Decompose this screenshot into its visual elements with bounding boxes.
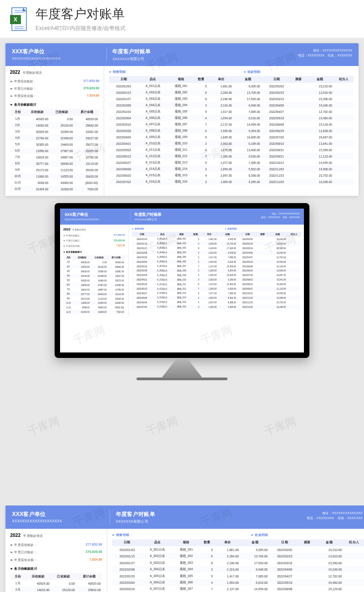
detail-cell <box>300 579 315 586</box>
detail-cell: A_016品名 <box>152 305 172 309</box>
detail-row: 2022/02/08A_004品名规格_00432,316.006,948.00… <box>112 566 364 572</box>
detail-cell: 2022/05/15 <box>131 286 152 291</box>
detail-cell: 2022/04/27 <box>269 572 300 579</box>
year-label: 年度账款情况 <box>23 71 42 75</box>
detail-cell: 13,910.00 <box>315 553 344 559</box>
detail-cell <box>258 237 268 241</box>
detail-cell <box>287 291 301 296</box>
detail-cell: 2,137.00 <box>215 586 241 592</box>
right-detail: ► 销售明细 ► 收款明细 日期品名规格数量单价金额日期摘要金额经办人 2022… <box>104 66 359 196</box>
detail-row: 2022/03/16A_007品名规格_00772,137.0014,959.0… <box>109 121 354 128</box>
detail-cell: 规格_004 <box>172 250 191 255</box>
detail-th: 日期 <box>262 76 291 83</box>
summary-line: ► 年度应收余额：7,024.00 <box>10 92 99 100</box>
detail-cell: 规格_016 <box>168 179 194 185</box>
detail-cell: 3 <box>200 566 215 572</box>
contact-block: 地址：XXXXXXXXXXXXXX 电话：XXXXXXXX 传真：XXXXXXX <box>238 212 299 221</box>
detail-cell: 2022/06/20 <box>131 300 152 305</box>
sum-label: ► 年度已付账款： <box>10 550 37 555</box>
detail-cell <box>344 553 364 559</box>
detail-cell: 4 <box>194 115 208 121</box>
detail-cell: 17,920.00 <box>241 559 270 566</box>
detail-cell: 2022/02/20 <box>112 572 142 579</box>
month-row: 2月14033.0029120.0025842.00 <box>63 265 125 269</box>
detail-cell: 2022/05/03 <box>131 282 152 286</box>
detail-cell: 规格_004 <box>168 102 194 108</box>
sum-label: ► 年度应收账款： <box>10 542 37 547</box>
detail-cell: 3 <box>191 277 201 282</box>
sum-value: 7,024.00 <box>87 94 99 98</box>
detail-cell: 8,388.00 <box>234 172 262 179</box>
month-cell: 30777.00 <box>25 160 50 167</box>
detail-cell: A_014品名 <box>138 166 168 172</box>
detail-cell <box>300 586 315 592</box>
detail-th: 金额 <box>315 539 344 546</box>
detail-cell: A_008品名 <box>138 128 168 134</box>
detail-cell: 规格_015 <box>168 172 194 179</box>
month-row: 2月14033.0029120.0025842.00 <box>10 587 102 592</box>
sum-value: 7,024.00 <box>89 557 102 562</box>
detail-cell: 1,861.00 <box>208 83 233 89</box>
detail-cell: 2022/06/08 <box>262 121 291 128</box>
month-cell: 29169.00 <box>107 296 125 301</box>
month-cell: 29120.00 <box>50 122 74 128</box>
detail-cell: 8 <box>194 96 208 102</box>
detail-cell: 规格_005 <box>172 255 191 260</box>
detail-cell <box>334 89 354 96</box>
detail-cell <box>258 300 268 305</box>
detail-row: 2022/02/08A_004品名规格_00432,316.006,948.00… <box>131 250 301 255</box>
detail-sections: ► 销售明细 ► 收款明细 <box>131 227 301 230</box>
detail-cell: 1,360.00 <box>208 153 233 159</box>
detail-cell: 规格_013 <box>168 159 194 166</box>
month-cell: 23390.00 <box>50 128 74 135</box>
detail-cell: 规格_004 <box>173 566 200 572</box>
detail-cell: 规格_001 <box>172 237 191 241</box>
month-row: 7月16624.0024897.0012782.00 <box>63 287 125 292</box>
detail-cell: 6,616.00 <box>241 579 270 586</box>
detail-cell: 3 <box>191 305 201 309</box>
detail-cell <box>334 172 354 179</box>
detail-cell <box>287 300 301 305</box>
left-summary: 2022 年度账款情况 ► 年度应收账款：277,852.00► 年度已付账款：… <box>60 225 128 317</box>
month-cell: 30929.00 <box>25 128 50 135</box>
detail-cell <box>300 546 315 553</box>
detail-cell: 13,400.00 <box>218 282 238 286</box>
detail-cell: 规格_015 <box>172 300 191 305</box>
detail-row: 2022/04/21A_010品名规格_01032,063.006,189.00… <box>109 140 354 147</box>
detail-cell: A_005品名 <box>152 255 172 260</box>
detail-cell: 2022/08/10 <box>262 140 291 147</box>
detail-cell <box>287 264 301 268</box>
detail-cell: 1,845.00 <box>201 273 218 277</box>
detail-row: 2022/04/09A_009品名规格_00991,845.0016,605.0… <box>109 134 354 140</box>
detail-th: 数量 <box>200 539 215 546</box>
detail-cell: 19,460.00 <box>315 579 344 586</box>
doc-title-block: 年度客户对账单 XXXXXXX有限公司 <box>131 212 239 221</box>
detail-row: 2022/06/20A_015品名规格_01542,097.008,388.00… <box>131 300 301 305</box>
detail-cell: 16,268.00 <box>268 305 287 309</box>
year: 2022 <box>10 533 20 538</box>
detail-cell: A_005品名 <box>138 108 168 115</box>
detail-cell: 1,417.00 <box>208 108 233 115</box>
detail-th: 经办人 <box>344 539 364 546</box>
detail-cell <box>258 286 268 291</box>
detail-cell: 2022/06/29 <box>262 128 291 134</box>
detail-cell: 2022/02/02 <box>269 546 300 553</box>
detail-cell: 16,605.00 <box>218 273 238 277</box>
month-cell: 11806.00 <box>74 301 91 305</box>
month-cell: 29120.00 <box>51 587 76 592</box>
detail-row: 2022/05/27A_013品名规格_01351,477.007,385.00… <box>131 291 301 296</box>
month-cell: 40929.00 <box>107 260 125 265</box>
company: XXXXXXX有限公司 <box>112 56 263 61</box>
detail-cell: 2022/03/16 <box>238 246 258 250</box>
detail-cell <box>258 273 268 277</box>
month-section-title: ► 各月份账款统计 <box>10 102 99 107</box>
detail-cell: 1,845.00 <box>208 134 233 140</box>
detail-cell: 11,123.00 <box>306 153 334 159</box>
month-cell: 28440.00 <box>91 291 107 296</box>
doc-title-block: 年度客户对账单 XXXXXXX有限公司 <box>107 48 263 61</box>
sum-value: 277,852.00 <box>114 234 125 237</box>
detail-cell: 规格_007 <box>172 264 191 268</box>
detail-table: 日期品名规格数量单价金额日期摘要金额经办人 2022/01/03A_001品名规… <box>109 76 354 185</box>
sum-label: ► 年度应收余额： <box>10 557 37 562</box>
client-title: XXX客户单位 <box>65 212 127 217</box>
